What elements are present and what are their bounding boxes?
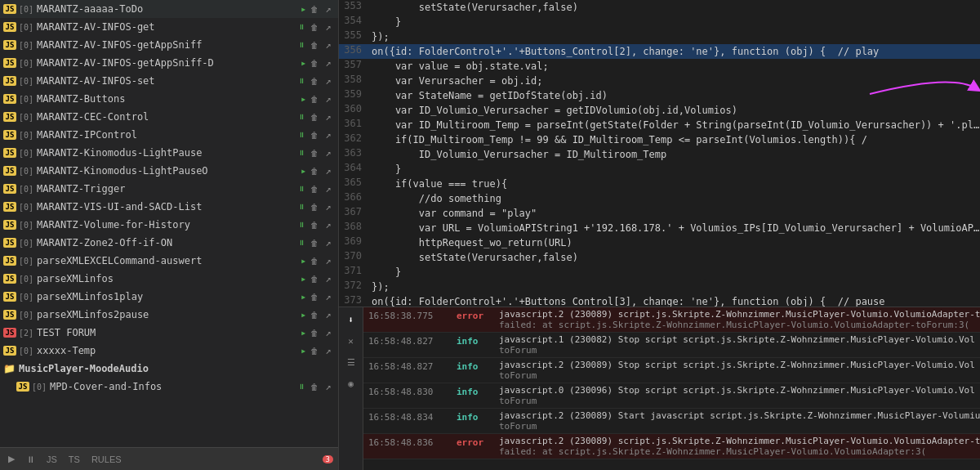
- delete-script-button[interactable]: 🗑: [308, 164, 321, 177]
- delete-script-button[interactable]: 🗑: [308, 110, 321, 123]
- export-script-button[interactable]: ↗: [322, 38, 335, 51]
- delete-script-button[interactable]: 🗑: [308, 272, 321, 285]
- export-script-button[interactable]: ↗: [322, 110, 335, 123]
- export-script-button[interactable]: ↗: [322, 200, 335, 213]
- script-item[interactable]: JS [0] MPD-Cover-and-Infos ⏸ 🗑 ↗: [0, 378, 338, 396]
- play-all-button[interactable]: ▶: [5, 452, 18, 466]
- pause-state-icon[interactable]: ⏸: [298, 77, 305, 85]
- js-filter-button[interactable]: JS: [43, 453, 60, 466]
- delete-script-button[interactable]: 🗑: [308, 56, 321, 69]
- export-script-button[interactable]: ↗: [322, 290, 335, 303]
- script-item[interactable]: JS[0]MARANTZ-CEC-Control⏸🗑↗: [0, 108, 338, 126]
- delete-script-button[interactable]: 🗑: [308, 254, 321, 267]
- delete-script-button[interactable]: 🗑: [308, 146, 321, 159]
- pause-state-icon[interactable]: ⏸: [298, 113, 305, 121]
- script-item[interactable]: JS[2]TEST FORUM▶🗑↗: [0, 324, 338, 342]
- delete-script-button[interactable]: 🗑: [308, 290, 321, 303]
- play-state-icon[interactable]: ▶: [301, 311, 305, 319]
- pause-state-icon[interactable]: ⏸: [298, 239, 305, 247]
- script-item[interactable]: JS[0]MARANTZ-Buttons▶🗑↗: [0, 90, 338, 108]
- delete-script-button[interactable]: 🗑: [308, 236, 321, 249]
- export-script-button[interactable]: ↗: [322, 308, 335, 321]
- pause-state-icon[interactable]: ⏸: [298, 185, 305, 193]
- pause-state-icon[interactable]: ⏸: [298, 41, 305, 49]
- pause-state-icon[interactable]: ⏸: [298, 149, 305, 157]
- pause-all-button[interactable]: ⏸: [23, 453, 38, 466]
- delete-script-button[interactable]: 🗑: [308, 380, 321, 393]
- script-item[interactable]: JS[0]MARANTZ-VIS-UI-and-SACD-List⏸🗑↗: [0, 198, 338, 216]
- log-download-button[interactable]: ⬇: [342, 311, 360, 329]
- rules-filter-button[interactable]: RULES: [88, 453, 125, 466]
- delete-script-button[interactable]: 🗑: [308, 38, 321, 51]
- export-script-button[interactable]: ↗: [322, 128, 335, 141]
- pause-state-icon[interactable]: ⏸: [298, 203, 305, 211]
- play-state-icon[interactable]: ▶: [301, 6, 305, 13]
- delete-script-button[interactable]: 🗑: [308, 74, 321, 87]
- script-item[interactable]: JS[0]MARANTZ-AV-INFOS-getAppSniff-D▶🗑↗: [0, 54, 338, 72]
- log-content[interactable]: 16:58:38.775errorjavascript.2 (230089) s…: [363, 307, 980, 470]
- play-state-icon[interactable]: ▶: [301, 293, 305, 301]
- play-state-icon[interactable]: ▶: [301, 347, 305, 355]
- delete-script-button[interactable]: 🗑: [308, 128, 321, 141]
- export-script-button[interactable]: ↗: [322, 254, 335, 267]
- script-item[interactable]: JS[0]MARANTZ-AV-INFOS-getAppSniff⏸🗑↗: [0, 36, 338, 54]
- delete-script-button[interactable]: 🗑: [308, 182, 321, 195]
- script-item[interactable]: JS[0]MARANTZ-aaaaa-ToDo▶🗑↗: [0, 0, 338, 18]
- play-state-icon[interactable]: ▶: [301, 329, 305, 337]
- log-eye-button[interactable]: ◉: [342, 374, 360, 392]
- script-item[interactable]: JS[0]MARANTZ-IPControl⏸🗑↗: [0, 126, 338, 144]
- export-script-button[interactable]: ↗: [322, 92, 335, 105]
- log-clear-button[interactable]: ✕: [342, 332, 360, 350]
- play-state-icon[interactable]: ▶: [301, 96, 305, 103]
- script-item[interactable]: JS[0]MARANTZ-Kinomodus-LightPause⏸🗑↗: [0, 144, 338, 162]
- folder-item[interactable]: 📁MusicPlayer-MoodeAudio: [0, 360, 338, 378]
- line-number: 361: [339, 118, 372, 129]
- log-filter-button[interactable]: ☰: [342, 353, 360, 371]
- delete-script-button[interactable]: 🗑: [308, 20, 321, 34]
- line-number: 357: [339, 59, 372, 70]
- export-script-button[interactable]: ↗: [322, 74, 335, 87]
- pause-state-icon[interactable]: ⏸: [298, 383, 305, 391]
- script-item[interactable]: JS[0]MARANTZ-Volume-for-History⏸🗑↗: [0, 216, 338, 234]
- script-item[interactable]: JS[0]parseXMLEXCELCommand-auswert▶🗑↗: [0, 252, 338, 270]
- delete-script-button[interactable]: 🗑: [308, 92, 321, 105]
- delete-script-button[interactable]: 🗑: [308, 2, 321, 16]
- delete-script-button[interactable]: 🗑: [308, 308, 321, 321]
- export-script-button[interactable]: ↗: [322, 20, 335, 34]
- export-script-button[interactable]: ↗: [322, 2, 335, 16]
- script-item[interactable]: JS[0]MARANTZ-AV-INFOS-get⏸🗑↗: [0, 18, 338, 36]
- play-state-icon[interactable]: ▶: [301, 257, 305, 265]
- script-item[interactable]: JS[0]MARANTZ-AV-INFOS-set⏸🗑↗: [0, 72, 338, 90]
- export-script-button[interactable]: ↗: [322, 236, 335, 249]
- export-script-button[interactable]: ↗: [322, 164, 335, 177]
- pause-state-icon[interactable]: ⏸: [298, 221, 305, 229]
- delete-script-button[interactable]: 🗑: [308, 326, 321, 339]
- instance-badge: [0]: [19, 95, 33, 104]
- export-script-button[interactable]: ↗: [322, 146, 335, 159]
- export-script-button[interactable]: ↗: [322, 272, 335, 285]
- export-script-button[interactable]: ↗: [322, 326, 335, 339]
- export-script-button[interactable]: ↗: [322, 344, 335, 357]
- script-item[interactable]: JS[0]MARANTZ-Trigger⏸🗑↗: [0, 180, 338, 198]
- script-item[interactable]: JS[0]MARANTZ-Kinomodus-LightPauseO▶🗑↗: [0, 162, 338, 180]
- script-item[interactable]: JS[0]parseXMLinfos2pause▶🗑↗: [0, 306, 338, 324]
- script-item[interactable]: JS[0]MARANTZ-Zone2-Off-if-ON⏸🗑↗: [0, 234, 338, 252]
- play-state-icon[interactable]: ▶: [301, 275, 305, 283]
- play-state-icon[interactable]: ▶: [301, 60, 305, 67]
- js-badge: JS: [3, 22, 16, 32]
- delete-script-button[interactable]: 🗑: [308, 200, 321, 213]
- export-script-button[interactable]: ↗: [322, 380, 335, 393]
- script-item[interactable]: JS[0]xxxxx-Temp▶🗑↗: [0, 342, 338, 360]
- pause-state-icon[interactable]: ⏸: [298, 23, 305, 31]
- export-script-button[interactable]: ↗: [322, 182, 335, 195]
- delete-script-button[interactable]: 🗑: [308, 218, 321, 231]
- code-scroll[interactable]: 353 setState(Verursacher,false)354 }355}…: [339, 0, 980, 307]
- pause-state-icon[interactable]: ⏸: [298, 131, 305, 139]
- export-script-button[interactable]: ↗: [322, 218, 335, 231]
- script-item[interactable]: JS[0]parseXMLinfos1play▶🗑↗: [0, 288, 338, 306]
- script-item[interactable]: JS[0]parseXMLinfos▶🗑↗: [0, 270, 338, 288]
- export-script-button[interactable]: ↗: [322, 56, 335, 69]
- play-state-icon[interactable]: ▶: [301, 168, 305, 175]
- ts-filter-button[interactable]: TS: [65, 453, 83, 466]
- delete-script-button[interactable]: 🗑: [308, 344, 321, 357]
